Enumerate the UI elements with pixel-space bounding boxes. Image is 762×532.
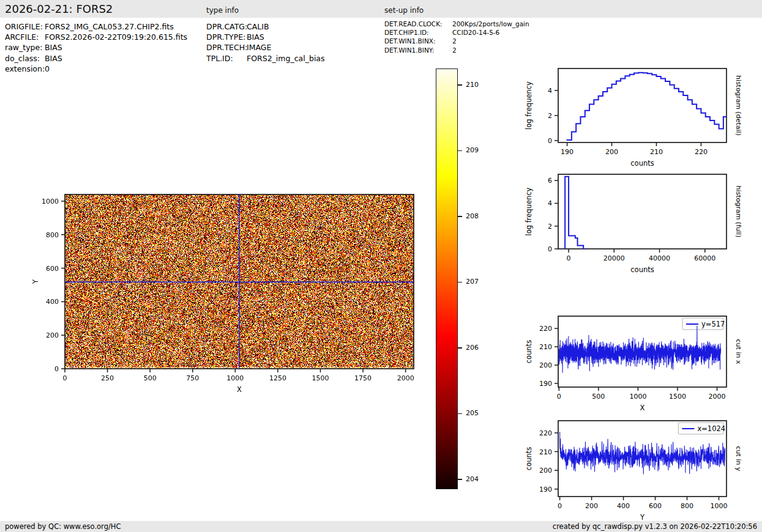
colorbar-tick-label: 208: [466, 212, 479, 220]
y-tick-label: 800: [46, 231, 59, 239]
x-tick-label: 40000: [649, 254, 670, 262]
cut-in-y-chart: 02004006008001000190200210220Ycountscut …: [509, 408, 762, 530]
plot-frame: [558, 316, 727, 387]
right-axis-label: histogram (detail): [734, 75, 742, 136]
colorbar-tick: [458, 479, 462, 480]
info-label: DET.READ.CLOCK:: [384, 20, 443, 28]
plot-frame: [558, 68, 727, 142]
x-tick-label: 600: [649, 502, 662, 510]
info-value: BIAS: [45, 54, 62, 63]
legend-label: x=1024: [697, 424, 725, 433]
series-line: [560, 432, 725, 474]
y-tick-label: 0: [548, 137, 552, 145]
y-tick-label: 0: [548, 245, 552, 253]
info-label: DPR.TECH:: [206, 43, 247, 52]
info-label: DPR.TYPE:: [206, 32, 245, 42]
info-label: ORIGFILE:: [5, 22, 43, 31]
y-tick-label: 200: [539, 467, 552, 475]
right-axis-label: cut in y: [734, 446, 742, 471]
plot-frame: [558, 174, 727, 249]
y-axis-label: Y: [31, 279, 40, 284]
x-tick-label: 750: [186, 374, 199, 382]
colorbar-tick: [458, 282, 462, 283]
y-tick-label: 2: [548, 112, 552, 120]
x-tick-label: 20000: [603, 254, 625, 262]
info-value: IMAGE: [247, 43, 271, 52]
setup-info-heading: set-up info: [384, 6, 424, 15]
colorbar-tick-label: 210: [466, 81, 479, 89]
x-tick-label: 1500: [312, 374, 329, 382]
info-value: CCID20-14-5-6: [452, 29, 499, 36]
x-axis-label: counts: [630, 265, 654, 274]
legend-box: [682, 318, 723, 330]
info-value: BIAS: [45, 43, 62, 52]
x-tick-label: 1500: [669, 393, 686, 401]
info-value: 200Kps/2ports/low_gain: [452, 20, 529, 28]
x-tick-label: 250: [101, 374, 114, 382]
info-label: DET.WIN1.BINX:: [384, 37, 435, 45]
y-tick-label: 220: [539, 429, 552, 437]
x-axis-label: X: [237, 385, 242, 394]
right-axis-label: cut in x: [734, 339, 742, 364]
x-tick-label: 200: [585, 502, 598, 510]
bias-noise-image: [65, 194, 414, 369]
y-tick-label: 190: [539, 380, 552, 388]
x-tick-label: 2000: [709, 393, 726, 401]
colorbar-tick: [458, 84, 462, 86]
x-tick-label: 190: [561, 148, 573, 156]
colorbar-tick-label: 204: [466, 475, 479, 483]
x-tick-label: 0: [558, 502, 562, 510]
y-axis-label: log frequency: [525, 81, 533, 130]
colorbar-tick-label: 205: [466, 409, 479, 417]
y-tick-label: 400: [46, 298, 59, 306]
colorbar-tick-label: 209: [466, 146, 479, 154]
info-label: DET.CHIP1.ID:: [384, 29, 429, 36]
y-tick-label: 600: [46, 265, 59, 273]
y-tick-label: 0: [54, 365, 59, 373]
y-tick-label: 4: [548, 199, 552, 207]
colorbar-tick-label: 206: [466, 344, 479, 352]
x-tick-label: 1000: [711, 502, 728, 510]
info-label: do_class:: [5, 54, 40, 63]
x-tick-label: 1750: [354, 374, 372, 382]
info-value: 2: [452, 46, 457, 54]
x-tick-label: 0: [567, 254, 571, 262]
x-tick-label: 200: [605, 148, 618, 156]
series-line: [567, 73, 728, 141]
x-tick-label: 2000: [397, 374, 414, 382]
x-tick-label: 500: [144, 374, 157, 382]
y-tick-label: 220: [539, 325, 552, 333]
histogram-detail-chart: 190200210220024countslog frequencyhistog…: [509, 56, 762, 172]
legend-box: [678, 423, 723, 434]
y-tick-label: 200: [46, 331, 59, 339]
x-axis-label: Y: [640, 513, 645, 522]
colorbar-tick: [458, 413, 462, 415]
x-tick-label: 1250: [269, 374, 286, 382]
y-tick-label: 2: [548, 223, 552, 231]
colorbar-tick: [458, 347, 462, 349]
info-value: FORS2_img_cal_bias: [247, 54, 325, 63]
series-line: [565, 177, 587, 249]
y-axis-label: log frequency: [525, 187, 533, 235]
x-tick-label: 400: [617, 502, 630, 510]
y-axis-label: counts: [525, 340, 533, 363]
colorbar-tick: [458, 150, 462, 152]
info-value: FORS2.2026-02-22T09:19:20.615.fits: [45, 32, 187, 42]
x-tick-label: 0: [557, 393, 561, 401]
x-axis-label: counts: [630, 159, 654, 168]
x-tick-label: 60000: [694, 254, 715, 262]
colorbar-tick: [458, 216, 462, 217]
y-tick-label: 190: [539, 486, 552, 493]
info-value: 2: [452, 37, 457, 45]
y-tick-label: 210: [539, 448, 552, 456]
y-axis-label: counts: [525, 447, 533, 470]
legend-label: y=517: [701, 320, 725, 328]
y-tick-label: 200: [539, 361, 552, 369]
x-tick-label: 800: [681, 502, 693, 510]
histogram-full-chart: 02000040000600000246countslog frequencyh…: [509, 162, 762, 281]
page-title: 2026-02-21: FORS2: [5, 2, 113, 15]
y-tick-label: 6: [548, 177, 552, 185]
plot-frame: [558, 421, 727, 497]
info-value: FORS2_IMG_CAL053.27.CHIP2.fits: [45, 22, 174, 31]
x-tick-label: 1000: [629, 393, 646, 401]
